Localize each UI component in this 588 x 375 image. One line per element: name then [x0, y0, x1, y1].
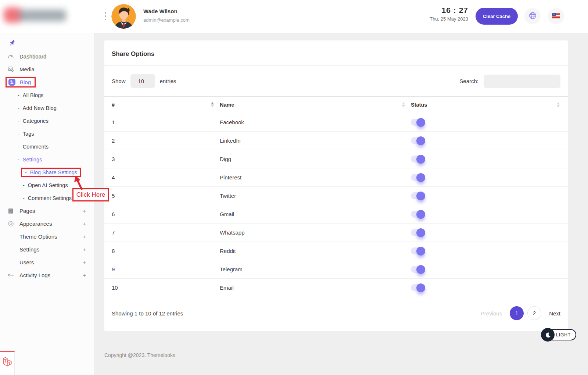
sidebar-item-comments[interactable]: - Comments: [0, 140, 94, 153]
sidebar-item-blog-settings[interactable]: - Settings —: [0, 153, 94, 166]
sidebar-label: Add New Blog: [23, 105, 57, 111]
column-header-name[interactable]: Name: [220, 102, 411, 108]
sidebar-item-users[interactable]: Users +: [0, 256, 94, 269]
collapse-minus-icon[interactable]: —: [80, 79, 86, 85]
user-email: admin@example.com: [143, 17, 190, 23]
collapse-minus-icon[interactable]: —: [80, 156, 86, 162]
dashboard-gauge-icon: [7, 53, 14, 60]
copyright-text: Copyright @2023. Themelooks: [104, 352, 175, 358]
search-label: Search:: [459, 78, 478, 84]
annotation-arrow-icon: [71, 175, 86, 190]
avatar[interactable]: [111, 4, 136, 29]
expand-plus-icon[interactable]: +: [83, 259, 86, 265]
sidebar-item-add-new-blog[interactable]: - Add New Blog: [0, 101, 94, 114]
column-header-status[interactable]: Status: [411, 102, 560, 108]
share-name: Pinterest: [220, 174, 241, 181]
sidebar-item-all-blogs[interactable]: - All Blogs: [0, 89, 94, 101]
status-toggle[interactable]: [411, 284, 424, 291]
theme-toggle[interactable]: LIGHT: [541, 329, 576, 340]
sidebar-label: Settings: [23, 157, 42, 162]
share-name: LinkedIn: [220, 138, 241, 144]
status-toggle[interactable]: [411, 192, 424, 199]
sidebar-label: Tags: [23, 131, 34, 137]
sidebar-label: Comment Settings: [28, 195, 72, 201]
row-index: 3: [112, 156, 115, 162]
language-globe-button[interactable]: [524, 8, 541, 24]
sidebar-label: Theme Options: [19, 233, 57, 240]
row-index: 5: [112, 193, 115, 199]
expand-plus-icon[interactable]: +: [83, 221, 86, 227]
sidebar-item-categories[interactable]: - Categories: [0, 114, 94, 127]
kebab-menu-icon[interactable]: [104, 12, 107, 22]
table-row: 6 Gmail: [104, 205, 568, 224]
table-row: 8 Reddit: [104, 242, 568, 260]
sidebar-label: Blog: [20, 79, 31, 85]
table-controls: Show 10 entries Search:: [104, 66, 568, 96]
sidebar-label: Users: [19, 259, 34, 265]
pagination-page-1[interactable]: 1: [510, 306, 524, 320]
sidebar-label: Settings: [19, 246, 39, 253]
page-size-select[interactable]: 10: [130, 74, 155, 88]
share-name: Facebook: [220, 119, 244, 125]
sidebar-label: Categories: [23, 118, 49, 124]
pagination-next[interactable]: Next: [549, 310, 560, 317]
share-name: Email: [220, 285, 234, 291]
sort-icon[interactable]: [557, 102, 560, 107]
sort-icon[interactable]: [211, 102, 214, 107]
share-name: Twitter: [220, 193, 236, 199]
status-toggle[interactable]: [411, 174, 424, 181]
row-index: 1: [112, 119, 115, 125]
table-body: 1 Facebook 2 LinkedIn 3 Digg 4 Pinterest…: [104, 113, 568, 297]
expand-plus-icon[interactable]: +: [83, 246, 86, 253]
pin-icon[interactable]: [7, 39, 16, 48]
sidebar-item-settings[interactable]: Settings +: [0, 243, 94, 256]
us-flag-icon: [552, 13, 560, 20]
sidebar-item-appearances[interactable]: Appearances +: [0, 217, 94, 230]
status-toggle[interactable]: [411, 137, 424, 144]
expand-plus-icon[interactable]: +: [83, 208, 86, 214]
expand-plus-icon[interactable]: +: [83, 233, 86, 240]
sidebar-item-tags[interactable]: - Tags: [0, 127, 94, 140]
framework-badge: [0, 351, 15, 375]
status-toggle[interactable]: [411, 247, 424, 254]
status-toggle[interactable]: [411, 156, 424, 162]
row-index: 4: [112, 174, 115, 181]
row-index: 8: [112, 248, 115, 254]
sidebar-label: Blog Share Settings: [30, 169, 77, 175]
pagination-page-2[interactable]: 2: [527, 306, 541, 320]
sort-icon[interactable]: [402, 102, 405, 107]
table-row: 2 LinkedIn: [104, 132, 568, 150]
search-input[interactable]: [484, 75, 560, 88]
sidebar-item-pages[interactable]: Pages +: [0, 204, 94, 217]
spacer-icon: [7, 259, 14, 266]
sidebar-item-activity-logs[interactable]: Activity Logs +: [0, 269, 94, 282]
share-name: Reddit: [220, 248, 236, 254]
sidebar-item-media[interactable]: Media: [0, 63, 94, 76]
locale-flag-button[interactable]: [548, 8, 564, 24]
spacer-icon: [7, 246, 14, 253]
clear-cache-button[interactable]: Clear Cache: [476, 8, 518, 25]
share-name: Whatsapp: [220, 229, 245, 236]
pagination-previous[interactable]: Previous: [481, 310, 502, 317]
expand-plus-icon[interactable]: +: [83, 272, 86, 278]
moon-icon: [541, 328, 555, 342]
entries-summary: Showing 1 to 10 of 12 entries: [112, 310, 183, 317]
status-toggle[interactable]: [411, 266, 424, 273]
share-name: Gmail: [220, 211, 234, 217]
laravel-icon: [3, 357, 12, 375]
table-footer: Showing 1 to 10 of 12 entries Previous 1…: [104, 297, 568, 329]
table-row: 7 Whatsapp: [104, 224, 568, 242]
table-row: 3 Digg: [104, 150, 568, 168]
table-row: 4 Pinterest: [104, 168, 568, 187]
column-header-index[interactable]: #: [112, 102, 220, 108]
sidebar-item-blog[interactable]: Blog —: [0, 76, 94, 89]
status-toggle[interactable]: [411, 211, 424, 218]
globe-icon: [528, 11, 537, 21]
pagination: Previous 1 2 Next: [481, 306, 560, 320]
clock-date: Thu, 25 May 2023: [395, 16, 468, 22]
status-toggle[interactable]: [411, 119, 424, 126]
status-toggle[interactable]: [411, 229, 424, 236]
sidebar-item-theme-options[interactable]: Theme Options +: [0, 230, 94, 243]
header-bar: Wade Wilson admin@example.com 16 : 27 Th…: [0, 0, 588, 33]
sidebar-item-dashboard[interactable]: Dashboard: [0, 50, 94, 63]
